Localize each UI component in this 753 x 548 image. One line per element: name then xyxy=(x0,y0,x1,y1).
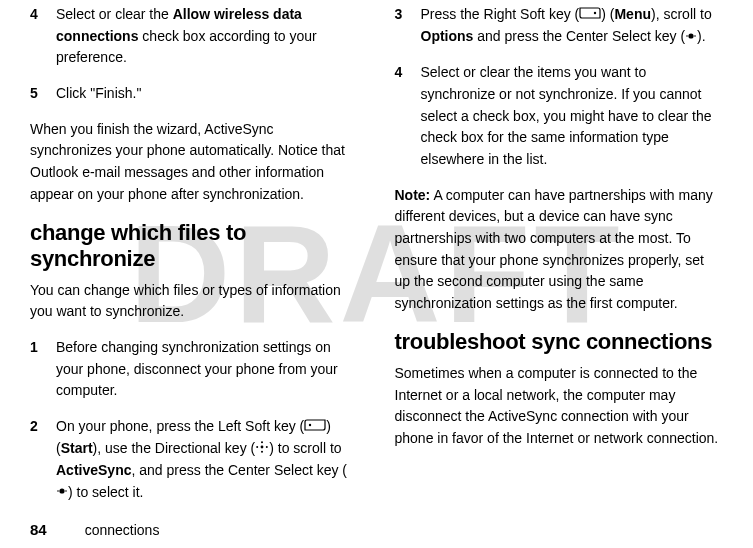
directional-key-icon xyxy=(255,439,269,461)
text: ) to scroll to xyxy=(269,440,341,456)
activesync-label: ActiveSync xyxy=(56,462,131,478)
step-4-right: 4 Select or clear the items you want to … xyxy=(395,62,724,170)
step-number: 2 xyxy=(30,416,56,504)
svg-point-1 xyxy=(261,445,264,448)
note-paragraph: Note: A computer can have partnerships w… xyxy=(395,185,724,315)
svg-point-7 xyxy=(57,491,59,493)
step-body: On your phone, press the Left Soft key (… xyxy=(56,416,359,504)
page-content: 4 Select or clear the Allow wireless dat… xyxy=(0,0,753,510)
step-2-left: 2 On your phone, press the Left Soft key… xyxy=(30,416,359,504)
svg-point-2 xyxy=(261,441,263,443)
svg-point-3 xyxy=(261,450,263,452)
text-pre: Select or clear the xyxy=(56,6,173,22)
sub-paragraph: You can change which files or types of i… xyxy=(30,280,359,323)
right-column: 3 Press the Right Soft key () (Menu), sc… xyxy=(395,0,724,510)
menu-label: Menu xyxy=(614,6,651,22)
svg-point-10 xyxy=(688,33,693,38)
text: Press the Right Soft key ( xyxy=(421,6,580,22)
text: ) ( xyxy=(601,6,614,22)
step-4-left: 4 Select or clear the Allow wireless dat… xyxy=(30,4,359,69)
text: ), use the Directional key ( xyxy=(93,440,256,456)
step-body: Select or clear the items you want to sy… xyxy=(421,62,724,170)
svg-point-4 xyxy=(256,446,258,448)
svg-point-6 xyxy=(59,489,64,494)
heading-change-files: change which files to synchronize xyxy=(30,220,359,272)
center-select-key-icon xyxy=(685,27,697,49)
section-name: connections xyxy=(85,522,160,538)
step-number: 4 xyxy=(395,62,421,170)
text: ), scroll to xyxy=(651,6,712,22)
options-label: Options xyxy=(421,28,474,44)
page-number: 84 xyxy=(30,521,47,538)
text: , and press the Center Select key ( xyxy=(131,462,347,478)
step-body: Before changing synchronization settings… xyxy=(56,337,359,402)
step-number: 4 xyxy=(30,4,56,69)
step-3-right: 3 Press the Right Soft key () (Menu), sc… xyxy=(395,4,724,48)
svg-point-8 xyxy=(65,491,67,493)
svg-point-12 xyxy=(694,35,696,37)
note-label: Note: xyxy=(395,187,431,203)
step-body: Select or clear the Allow wireless data … xyxy=(56,4,359,69)
step-body: Press the Right Soft key () (Menu), scro… xyxy=(421,4,724,48)
text: ). xyxy=(697,28,706,44)
step-number: 3 xyxy=(395,4,421,48)
svg-point-9 xyxy=(594,12,596,14)
step-number: 5 xyxy=(30,83,56,105)
text: On your phone, press the Left Soft key ( xyxy=(56,418,304,434)
heading-troubleshoot: troubleshoot sync connections xyxy=(395,329,724,355)
troubleshoot-paragraph: Sometimes when a computer is connected t… xyxy=(395,363,724,450)
start-label: Start xyxy=(61,440,93,456)
text: and press the Center Select key ( xyxy=(473,28,685,44)
svg-point-0 xyxy=(309,424,311,426)
svg-point-5 xyxy=(266,446,268,448)
page-footer: 84 connections xyxy=(30,521,159,538)
step-body: Click "Finish." xyxy=(56,83,359,105)
text: ) to select it. xyxy=(68,484,143,500)
right-soft-key-icon xyxy=(579,4,601,26)
wizard-paragraph: When you finish the wizard, ActiveSync s… xyxy=(30,119,359,206)
svg-point-11 xyxy=(686,35,688,37)
step-number: 1 xyxy=(30,337,56,402)
center-select-key-icon xyxy=(56,482,68,504)
left-soft-key-icon xyxy=(304,416,326,438)
step-5-left: 5 Click "Finish." xyxy=(30,83,359,105)
step-1-left: 1 Before changing synchronization settin… xyxy=(30,337,359,402)
note-text: A computer can have partnerships with ma… xyxy=(395,187,713,311)
left-column: 4 Select or clear the Allow wireless dat… xyxy=(30,0,359,510)
